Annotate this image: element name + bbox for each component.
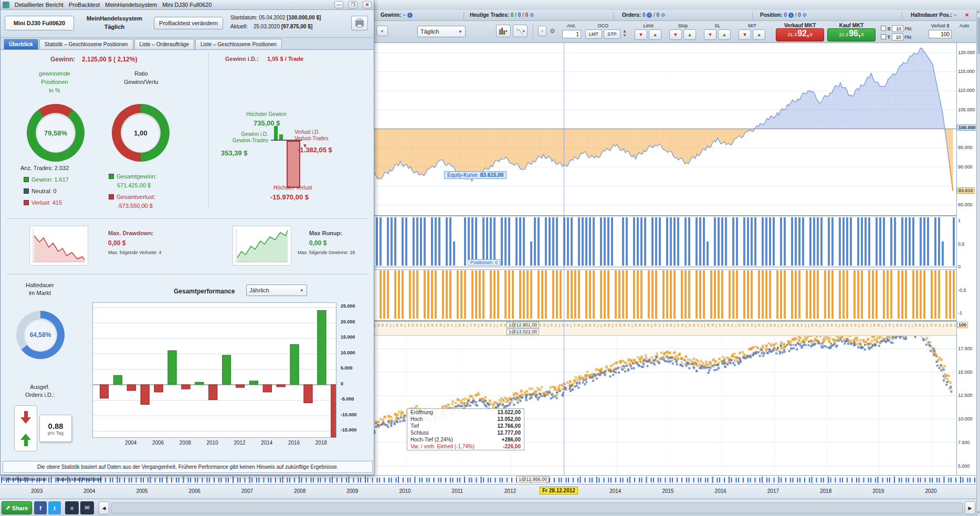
dialog-title-part: Detaillierter Bericht (15, 2, 64, 8)
t-pkt-input[interactable] (892, 34, 903, 40)
axis-label: 12.500 (958, 393, 973, 398)
perf-y-tick: 5.000 (341, 365, 353, 371)
gewinn-id-value: 1,05 $ / Trade (267, 56, 303, 62)
price-axis[interactable]: 120.000 115.000 110.000 105.000 100.000 … (956, 43, 976, 475)
list-icon[interactable]: ≡ (65, 501, 79, 514)
lmt-button[interactable]: LMT (585, 29, 602, 39)
tab-ueberblick[interactable]: Überblick (4, 39, 38, 49)
sl-buy-button[interactable]: ▲ (718, 29, 731, 40)
s-checkbox[interactable] (881, 26, 886, 31)
scroll-up-icon[interactable]: ▲ (977, 10, 980, 15)
hidden-dropdown-button[interactable]: ▾ (376, 26, 388, 36)
tab-liste-orderauftraege[interactable]: Liste – Orderaufträge (134, 39, 195, 49)
axis-label: 110.000 (958, 88, 975, 93)
dialog-title-part: Mini DJ30 Full0620 (162, 2, 212, 8)
stop-column-label: Stop (668, 23, 698, 28)
limit-buy-button[interactable]: ▲ (649, 29, 661, 40)
mail-icon[interactable]: ✉ (80, 501, 94, 514)
info-icon[interactable]: i (407, 13, 413, 18)
axis-label: -0,5 (958, 288, 966, 293)
app-titlebar (374, 0, 980, 10)
gear-icon[interactable]: ⚙ (661, 12, 666, 18)
perf-x-tick: 2008 (178, 440, 193, 446)
stop-buy-button[interactable]: ▲ (683, 29, 696, 40)
red-square-icon (109, 194, 114, 199)
anz-trades-label: Anz. Trades: 2.032 (20, 165, 69, 171)
minimize-button[interactable]: — (334, 1, 343, 8)
price-scatter-panel[interactable] (374, 336, 956, 475)
indicator-button[interactable]: 📉▾ (513, 25, 528, 37)
close-button[interactable]: ✕ (363, 1, 372, 8)
sell-header: Verkauf MKT (776, 23, 824, 28)
equity-curve-label[interactable]: Equity-Kurve 83.615,00 (444, 171, 507, 179)
timeline-year: 2019 (872, 488, 884, 494)
perf-y-tick: 10.000 (341, 350, 355, 355)
timeline-year: 2015 (662, 488, 673, 494)
edit-backtest-button[interactable]: ProBacktest verändern (154, 17, 223, 29)
perf-x-tick: 2004 (123, 440, 138, 446)
stp-button[interactable]: STP (604, 29, 620, 39)
stop-sell-button[interactable]: ▼ (669, 29, 682, 40)
scroll-left-button[interactable]: ◀ (99, 501, 109, 514)
time-axis[interactable]: Fr 28.12.2012 20032004200520062007200820… (0, 484, 976, 499)
scroll-down-icon[interactable]: ▼ (977, 511, 980, 516)
timeframe-select[interactable]: Täglich▼ (417, 26, 466, 37)
runup-sub: Max. folgende Gewinne: 28 (298, 250, 355, 255)
twitter-icon[interactable]: t (48, 501, 61, 514)
chart-area[interactable]: ( 0 0 1 ) | 0 0 ( 1 0 0 1 | 0 0 1 0 ( 0 … (374, 43, 956, 475)
sl-sell-button[interactable]: ▼ (704, 29, 716, 40)
mit-buy-button[interactable]: ▲ (753, 29, 765, 40)
close-icon[interactable]: ✕ (965, 12, 969, 18)
share-button[interactable]: ⇗Share (2, 501, 32, 514)
mit-sell-button[interactable]: ▼ (739, 29, 751, 40)
limit-column-label: Limit (634, 23, 663, 28)
axis-base-badge: 100.000 (957, 124, 977, 131)
period-select[interactable]: Jährlich▼ (246, 285, 307, 296)
gewinn-label: Gewinn: (50, 56, 75, 63)
limit-sell-button[interactable]: ▼ (635, 29, 647, 40)
tab-statistik[interactable]: Statistik – Geschlossene Positionen (39, 39, 133, 49)
positions-panel[interactable] (374, 216, 956, 320)
tab-liste-geschlossene[interactable]: Liste – Geschlossene Positionen (195, 39, 282, 49)
perf-x-tick: 2010 (205, 440, 220, 446)
timeline-year: 2005 (136, 488, 147, 494)
order-annotation-text: ( 0 0 1 ) | 0 0 ( 1 0 0 1 | 0 0 1 0 ( 0 … (374, 322, 956, 329)
sell-market-button[interactable]: 21.392,0 (776, 28, 824, 41)
scroll-thumb[interactable] (977, 17, 980, 54)
vertical-scrollbar[interactable]: ▲ ▼ (976, 10, 980, 516)
t-checkbox[interactable] (881, 34, 886, 39)
gesamtgewinn-value: 571.425,00 $ (117, 182, 151, 188)
instrument-tab[interactable]: Mini DJ30 Full0620 (5, 16, 74, 30)
perf-x-tick: 2006 (151, 440, 165, 446)
mit-column-label: MIT (737, 23, 767, 28)
legend-gesamtgewinn: Gesamtgewinn: (109, 173, 156, 180)
equity-curve-panel[interactable] (374, 43, 956, 215)
info-icon[interactable]: i (788, 13, 794, 18)
maximize-button[interactable]: ❐ (349, 1, 357, 8)
verlust-label: Verlust $ (926, 23, 954, 28)
gear-icon[interactable]: ⚙ (803, 12, 807, 18)
tooltip-row: Hoch-Tief (2,24%)+286,00 (407, 436, 524, 443)
scroll-right-button[interactable]: ▶ (965, 501, 975, 514)
horizontal-scrollbar[interactable] (111, 502, 963, 513)
gesamtverlust-value: -573.550,00 $ (117, 203, 153, 209)
print-button[interactable] (351, 16, 368, 30)
legend-gewinn: Gewinn: 1.617 (24, 176, 69, 183)
quantity-input[interactable] (562, 30, 581, 38)
collapse-order-panel-button[interactable]: › (538, 26, 546, 36)
axis-label: 80.000 (958, 202, 973, 207)
ratio-value: 1,00 (121, 113, 161, 153)
dialog-titlebar[interactable]: Detaillierter Bericht ProBacktest MeinHa… (1, 0, 374, 10)
info-icon[interactable]: i (647, 13, 652, 18)
wrench-icon[interactable]: ⚙ (550, 27, 555, 35)
verlust-input[interactable] (929, 30, 952, 38)
facebook-icon[interactable]: f (34, 501, 47, 514)
positions-label[interactable]: Positionen: 0 (468, 259, 500, 266)
chart-style-button[interactable]: ▾ (496, 25, 511, 37)
perf-y-tick: -10.000 (341, 412, 357, 417)
buy-market-button[interactable]: 21.396,0 (827, 28, 876, 41)
gear-icon[interactable]: ⚙ (530, 12, 534, 18)
ratio-label: RatioGewinn/Verlu (104, 69, 178, 86)
runup-label: Max Runup: (309, 230, 342, 236)
s-pkt-input[interactable] (892, 25, 903, 32)
